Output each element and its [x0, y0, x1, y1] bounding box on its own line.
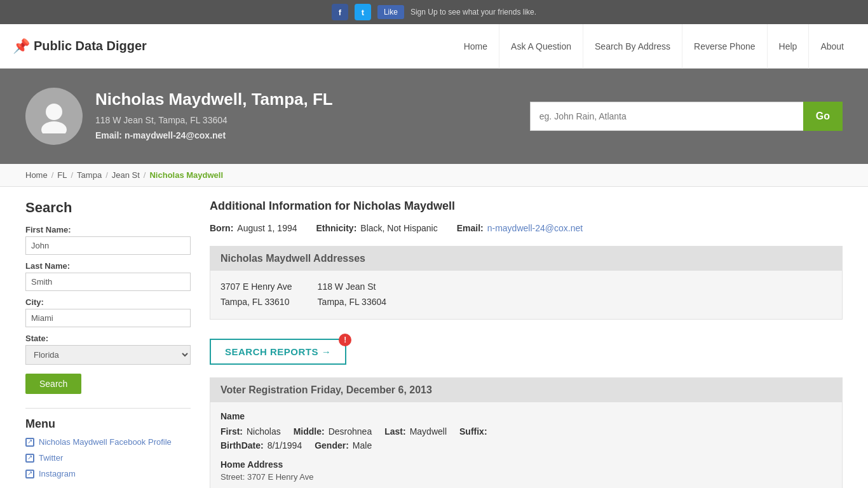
addr1-line1: 3707 E Henry Ave	[220, 280, 292, 295]
voter-suffix-label: Suffix:	[459, 426, 487, 437]
facebook-icon: f	[332, 4, 348, 20]
facebook-link-label: Nicholas Maydwell Facebook Profile	[39, 437, 172, 447]
search-reports-wrap: SEARCH REPORTS → !	[210, 339, 346, 365]
home-nav[interactable]: Home	[452, 24, 499, 69]
basic-info-row: Born: August 1, 1994 Ethnicity: Black, N…	[210, 223, 843, 233]
state-label: State:	[25, 334, 191, 343]
search-by-address-nav[interactable]: Search By Address	[583, 24, 682, 69]
sidebar: Search First Name: Last Name: City: Stat…	[25, 200, 191, 488]
voter-birthdate-label: BirthDate:	[220, 440, 264, 451]
voter-middle-value: Desrohnea	[329, 426, 372, 437]
voter-card: Voter Registration Friday, December 6, 2…	[210, 377, 843, 488]
born-value: August 1, 1994	[237, 223, 297, 233]
content-area: Additional Information for Nicholas Mayd…	[210, 200, 843, 488]
search-sidebar-title: Search	[25, 200, 191, 216]
last-name-input[interactable]	[25, 273, 191, 291]
born-info: Born: August 1, 1994	[210, 223, 297, 233]
ethnicity-label: Ethnicity:	[316, 223, 357, 233]
search-reports-button[interactable]: SEARCH REPORTS →	[210, 339, 346, 365]
addr2-line1: 118 W Jean St	[318, 280, 386, 295]
first-name-row: First Name:	[25, 225, 191, 255]
voter-last-label: Last:	[384, 426, 405, 437]
voter-name-row: First: Nicholas Middle: Desrohnea Last: …	[220, 426, 832, 437]
last-name-label: Last Name:	[25, 261, 191, 271]
like-button[interactable]: Like	[377, 5, 404, 19]
main-layout: Search First Name: Last Name: City: Stat…	[0, 187, 868, 488]
ask-question-nav[interactable]: Ask A Question	[499, 24, 583, 69]
help-nav[interactable]: Help	[768, 24, 810, 69]
email-label: Email:	[95, 130, 122, 140]
breadcrumb-sep-3: /	[105, 170, 108, 180]
addr1-line2: Tampa, FL 33610	[220, 295, 292, 310]
like-text: Sign Up to see what your friends like.	[410, 8, 536, 17]
breadcrumb: Home / FL / Tampa / Jean St / Nicholas M…	[0, 164, 868, 187]
address-item-1: 3707 E Henry Ave Tampa, FL 33610	[220, 280, 292, 310]
social-bar: f t Like Sign Up to see what your friend…	[0, 0, 868, 24]
addresses-card-body: 3707 E Henry Ave Tampa, FL 33610 118 W J…	[210, 271, 842, 319]
voter-birthdate-value: 8/1/1994	[268, 440, 302, 451]
breadcrumb-sep-2: /	[71, 170, 73, 180]
external-link-icon-3	[25, 470, 34, 478]
logo-pin-icon: 📌	[13, 38, 30, 55]
hero-search: Go	[530, 102, 843, 131]
facebook-link[interactable]: Nicholas Maydwell Facebook Profile	[25, 437, 191, 447]
header: 📌 Public Data Digger Home Ask A Question…	[0, 24, 868, 69]
person-address: 118 W Jean St, Tampa, FL 33604	[95, 113, 517, 128]
voter-first-value: Nicholas	[247, 426, 281, 437]
voter-last-field: Last: Maydwell	[384, 426, 447, 437]
addresses-card-header: Nicholas Maydwell Addresses	[210, 247, 842, 271]
voter-gender-field: Gender: Male	[315, 440, 372, 451]
twitter-link[interactable]: Twitter	[25, 453, 191, 463]
hero-search-input[interactable]	[530, 102, 803, 131]
ethnicity-value: Black, Not Hispanic	[360, 223, 437, 233]
city-input[interactable]	[25, 309, 191, 327]
state-select[interactable]: Florida Alabama California New York Texa…	[25, 345, 191, 365]
born-label: Born:	[210, 223, 233, 233]
hero-go-button[interactable]: Go	[803, 102, 843, 131]
voter-middle-field: Middle: Desrohnea	[294, 426, 372, 437]
first-name-input[interactable]	[25, 236, 191, 255]
email-link[interactable]: n-maydwell-24@cox.net	[487, 223, 583, 233]
first-name-label: First Name:	[25, 225, 191, 234]
breadcrumb-sep-4: /	[144, 170, 146, 180]
breadcrumb-sep-1: /	[51, 170, 54, 180]
voter-last-value: Maydwell	[410, 426, 447, 437]
voter-birthdate-field: BirthDate: 8/1/1994	[220, 440, 302, 451]
avatar	[25, 88, 83, 145]
voter-gender-label: Gender:	[315, 440, 349, 451]
avatar-icon	[37, 99, 71, 133]
voter-name-section-title: Name	[220, 411, 832, 421]
voter-gender-value: Male	[353, 440, 372, 451]
svg-point-1	[41, 121, 67, 133]
about-nav[interactable]: About	[809, 24, 855, 69]
section-title: Additional Information for Nicholas Mayd…	[210, 200, 843, 213]
email-info: Email: n-maydwell-24@cox.net	[457, 223, 583, 233]
reverse-phone-nav[interactable]: Reverse Phone	[682, 24, 768, 69]
voter-middle-label: Middle:	[294, 426, 325, 437]
email-label: Email:	[457, 223, 484, 233]
voter-card-body: Name First: Nicholas Middle: Desrohnea L…	[210, 402, 842, 488]
menu-title: Menu	[25, 408, 191, 431]
external-link-icon	[25, 438, 34, 447]
breadcrumb-tampa[interactable]: Tampa	[77, 170, 102, 180]
home-address-title: Home Address	[220, 459, 832, 470]
ethnicity-info: Ethnicity: Black, Not Hispanic	[316, 223, 438, 233]
addresses-card: Nicholas Maydwell Addresses 3707 E Henry…	[210, 246, 843, 320]
breadcrumb-fl[interactable]: FL	[57, 170, 67, 180]
instagram-link[interactable]: Instagram	[25, 469, 191, 478]
breadcrumb-jean-st[interactable]: Jean St	[112, 170, 140, 180]
addr2-line2: Tampa, FL 33604	[318, 295, 386, 310]
logo[interactable]: 📌 Public Data Digger	[13, 38, 147, 55]
addresses-grid: 3707 E Henry Ave Tampa, FL 33610 118 W J…	[220, 280, 832, 310]
city-row: City:	[25, 297, 191, 327]
state-row: State: Florida Alabama California New Yo…	[25, 334, 191, 365]
home-address-sub: Street: 3707 E Henry Ave	[220, 472, 832, 482]
hero-banner: Nicholas Maydwell, Tampa, FL 118 W Jean …	[0, 69, 868, 164]
person-email: Email: n-maydwell-24@cox.net	[95, 128, 517, 144]
sidebar-search-button[interactable]: Search	[25, 374, 81, 394]
voter-first-label: First:	[220, 426, 243, 437]
breadcrumb-home[interactable]: Home	[25, 170, 48, 180]
person-name: Nicholas Maydwell, Tampa, FL	[95, 90, 517, 109]
external-link-icon-2	[25, 454, 34, 463]
last-name-row: Last Name:	[25, 261, 191, 291]
